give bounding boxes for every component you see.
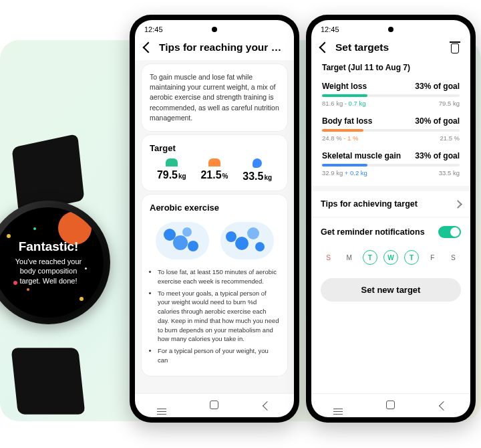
android-navbar <box>311 393 470 417</box>
list-item: To meet your goals, a typical person of … <box>158 289 279 344</box>
phone-camera <box>388 27 393 32</box>
intro-text: To gain muscle and lose fat while mainta… <box>150 72 279 123</box>
weekday-wed[interactable]: W <box>383 250 398 265</box>
target-card: Target 79.5kg 21.5% 33.5kg <box>142 135 287 191</box>
phone-camera <box>212 27 217 32</box>
home-button[interactable] <box>382 400 399 412</box>
metric-bodyfat: 21.5% <box>200 158 228 183</box>
goal-muscle-gain[interactable]: Skeletal muscle gain33% of goal 32.9 kg … <box>322 147 460 182</box>
chevron-right-icon <box>454 200 462 209</box>
list-item: To lose fat, at least 150 minutes of aer… <box>158 267 279 286</box>
goal-weight-loss[interactable]: Weight loss33% of goal 81.6 kg - 0.7 kg7… <box>322 78 460 112</box>
reminder-toggle[interactable] <box>438 226 461 238</box>
muscle-icon <box>253 158 262 168</box>
aerobic-illustration <box>150 218 279 263</box>
metric-weight: 79.5kg <box>157 158 186 183</box>
status-time: 12:45 <box>144 25 163 33</box>
weekday-mon[interactable]: M <box>342 250 357 265</box>
page-title: Tips for reaching your targets <box>159 41 285 53</box>
target-period: Target (Jul 11 to Aug 7) <box>311 60 470 78</box>
back-icon[interactable] <box>319 42 331 53</box>
recent-apps-button[interactable] <box>153 400 170 412</box>
list-item: For a typical person of your weight, you… <box>158 346 279 365</box>
reminder-row[interactable]: Get reminder notifications <box>311 218 470 246</box>
recent-apps-button[interactable] <box>329 400 347 412</box>
weekday-tue[interactable]: T <box>363 250 377 265</box>
phone-set-targets: 12:45 Set targets Target (Jul 11 to Aug … <box>306 15 476 423</box>
android-navbar <box>135 393 294 417</box>
weekday-sat[interactable]: S <box>446 250 460 265</box>
intro-card: To gain muscle and lose fat while mainta… <box>142 64 287 131</box>
delete-icon[interactable] <box>449 41 461 53</box>
back-button[interactable] <box>435 400 452 412</box>
bodyfat-icon <box>208 158 220 166</box>
set-new-target-button[interactable]: Set new target <box>321 278 461 302</box>
weekday-sun[interactable]: S <box>321 250 336 265</box>
target-heading: Target <box>150 143 279 153</box>
back-button[interactable] <box>259 400 276 412</box>
home-button[interactable] <box>206 400 223 412</box>
goal-bodyfat-loss[interactable]: Body fat loss30% of goal 24.8 % - 1 %21.… <box>322 112 460 147</box>
weekday-picker: S M T W T F S <box>311 246 470 271</box>
aerobic-card: Aerobic exercise <box>142 195 287 376</box>
aerobic-bullets: To lose fat, at least 150 minutes of aer… <box>150 267 279 365</box>
metric-muscle: 33.5kg <box>243 158 272 183</box>
page-title: Set targets <box>335 41 442 53</box>
weekday-fri[interactable]: F <box>425 250 440 265</box>
aerobic-heading: Aerobic exercise <box>150 203 279 213</box>
status-time: 12:45 <box>321 25 339 33</box>
tips-row[interactable]: Tips for achieving target <box>311 191 470 217</box>
weight-icon <box>166 158 178 166</box>
back-icon[interactable] <box>143 42 154 53</box>
phone-tips: 12:45 Tips for reaching your targets To … <box>130 15 299 423</box>
weekday-thu[interactable]: T <box>404 250 419 265</box>
